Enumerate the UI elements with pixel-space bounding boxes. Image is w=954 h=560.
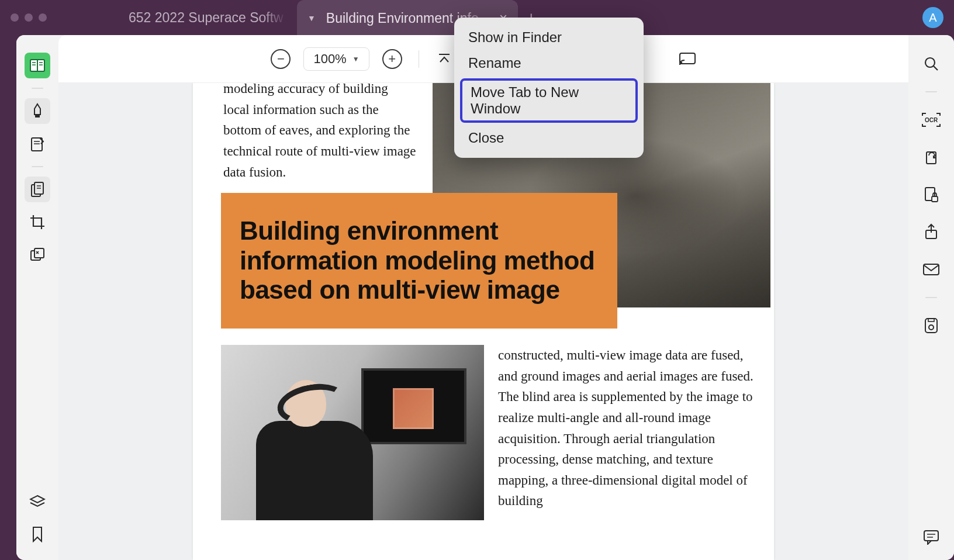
menu-item-rename[interactable]: Rename [454,50,644,76]
rotate-button[interactable] [921,147,941,167]
svg-point-28 [929,325,934,330]
pages-button[interactable] [25,177,50,202]
crop-button[interactable] [25,209,50,235]
minimize-window-icon[interactable] [25,13,33,22]
close-window-icon[interactable] [11,13,19,22]
document-heading: Building environment information modelin… [240,216,599,305]
toolbar-separator [419,50,419,68]
menu-item-move-tab-new-window[interactable]: Move Tab to New Window [460,78,638,123]
svg-rect-15 [34,248,44,258]
lock-page-button[interactable] [921,185,941,205]
svg-rect-23 [932,196,938,202]
tab-context-menu: Show in Finder Rename Move Tab to New Wi… [454,18,644,158]
cast-icon[interactable] [679,50,696,68]
bookmark-button[interactable] [25,521,50,547]
svg-rect-30 [924,531,938,541]
tab-inactive[interactable]: 652 2022 Superace Softw [129,10,286,26]
menu-item-close[interactable]: Close [454,125,644,151]
fullscreen-window-icon[interactable] [39,13,47,22]
user-avatar[interactable]: A [922,7,943,28]
zoom-in-button[interactable]: + [382,49,402,69]
caret-down-icon: ▼ [352,55,360,63]
photo-workstation [221,345,484,520]
layers-button[interactable] [25,489,50,514]
notes-button[interactable] [25,131,50,157]
traffic-lights [11,13,47,22]
svg-text:OCR: OCR [925,117,938,123]
save-button[interactable] [921,316,941,336]
zoom-level-select[interactable]: 100% ▼ [303,47,369,71]
svg-rect-29 [928,319,934,322]
rail-separator [925,91,937,92]
ocr-button[interactable]: OCR [921,110,941,130]
compare-button[interactable] [25,242,50,268]
reader-mode-button[interactable] [25,53,50,78]
rail-separator [925,297,937,298]
zoom-out-button[interactable]: − [271,49,291,69]
right-tool-rail: OCR [908,35,954,560]
zoom-level-label: 100% [313,51,346,67]
menu-item-show-in-finder[interactable]: Show in Finder [454,25,644,50]
svg-rect-7 [32,138,42,151]
share-button[interactable] [921,222,941,242]
svg-point-18 [925,58,935,67]
rail-separator [32,88,43,89]
body-paragraph-top: modeling accuracy of building local info… [223,83,416,182]
heading-callout: Building environment information modelin… [221,193,617,329]
mail-button[interactable] [921,260,941,279]
svg-rect-6 [35,115,40,117]
body-paragraph-bottom: constructed, multi-view image data are f… [498,345,755,511]
jump-to-top-icon[interactable] [435,50,453,68]
caret-down-icon[interactable]: ▼ [307,13,316,23]
search-button[interactable] [921,54,941,74]
highlighter-button[interactable] [25,98,50,124]
svg-rect-26 [924,264,939,275]
comment-button[interactable] [921,527,941,547]
svg-line-19 [934,66,938,70]
rail-separator [32,166,43,167]
left-tool-rail [16,35,58,560]
